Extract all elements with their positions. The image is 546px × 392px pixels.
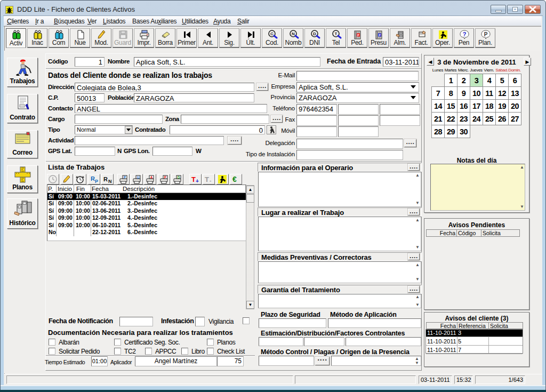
svg-text:T: T <box>335 31 338 36</box>
svg-text:N: N <box>108 179 112 184</box>
svg-text:€: € <box>232 175 237 183</box>
svg-text:-: - <box>210 178 211 183</box>
svg-text:P: P <box>164 175 167 179</box>
svg-text:P: P <box>95 179 98 184</box>
svg-text:R: R <box>103 176 108 182</box>
svg-text:T: T <box>205 175 209 183</box>
svg-text:A: A <box>150 175 153 179</box>
svg-text:P: P <box>379 34 381 37</box>
svg-text:P: P <box>124 175 126 179</box>
svg-text:?: ? <box>463 31 467 37</box>
svg-text:T: T <box>191 175 196 183</box>
svg-text:U: U <box>137 175 140 179</box>
svg-text:D: D <box>313 31 316 36</box>
svg-text:R: R <box>91 175 95 182</box>
svg-text:+: + <box>196 178 199 184</box>
svg-text:N: N <box>292 31 295 36</box>
svg-text:P: P <box>484 31 488 37</box>
svg-text:C: C <box>270 31 274 36</box>
svg-text:P: P <box>357 34 359 37</box>
svg-text:D: D <box>178 175 180 179</box>
